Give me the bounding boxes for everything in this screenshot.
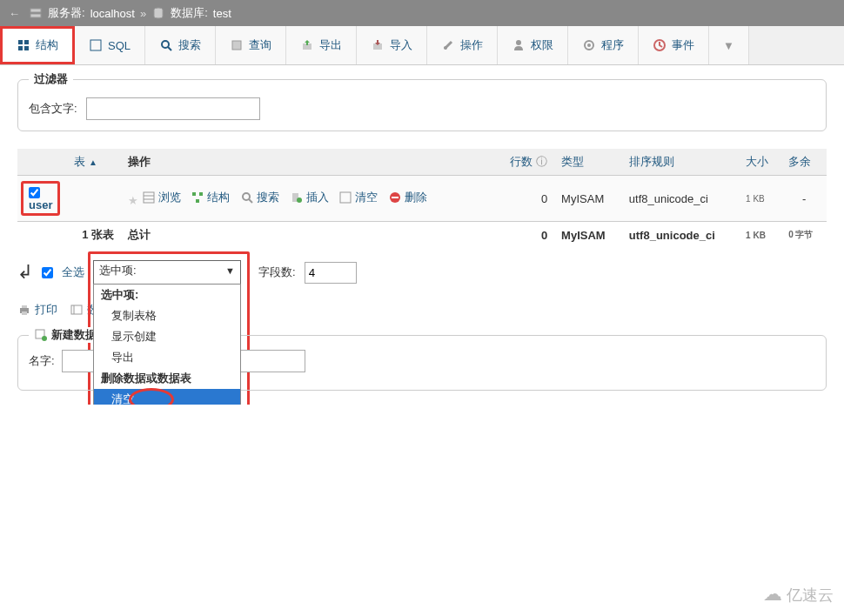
svg-rect-1 (30, 14, 41, 17)
svg-rect-28 (340, 192, 351, 203)
svg-rect-4 (24, 40, 29, 44)
svg-point-37 (42, 336, 47, 341)
svg-rect-33 (22, 311, 27, 315)
tab-label: 导出 (319, 37, 342, 53)
dropdown-item[interactable]: 复制表格 (94, 305, 240, 326)
server-link[interactable]: localhost (90, 7, 135, 20)
col-type[interactable]: 类型 (554, 149, 622, 176)
svg-rect-34 (71, 305, 82, 314)
col-table[interactable]: 表 ▲ (67, 149, 121, 176)
check-all-box[interactable] (42, 267, 53, 278)
insert-icon (290, 191, 304, 204)
tab-more[interactable]: ▼ (709, 26, 749, 64)
svg-point-8 (162, 41, 169, 48)
dropdown-header: 删除数据或数据表 (94, 368, 240, 389)
tab-label: 事件 (672, 37, 694, 53)
contains-label: 包含文字: (29, 101, 77, 117)
col-collation[interactable]: 排序规则 (622, 149, 739, 176)
bulk-select[interactable]: 选中项: ▼ (93, 260, 241, 285)
print-button[interactable]: 打印 (17, 302, 57, 318)
tab-sql[interactable]: SQL (75, 26, 145, 64)
drop-action[interactable]: 删除 (388, 190, 427, 205)
back-arrow[interactable]: ← (9, 7, 20, 20)
tab-structure[interactable]: 结构 (0, 26, 75, 64)
structure-action[interactable]: 结构 (191, 190, 230, 205)
search-action[interactable]: 搜索 (240, 190, 279, 205)
tab-operations[interactable]: 操作 (427, 26, 498, 64)
export-icon (300, 38, 314, 52)
col-actions: 操作 (121, 149, 494, 176)
svg-rect-10 (232, 41, 241, 50)
table-icon (142, 191, 156, 204)
tab-label: SQL (108, 39, 131, 52)
svg-line-25 (249, 199, 252, 203)
svg-rect-22 (199, 192, 203, 196)
breadcrumb: ← 服务器: localhost » 数据库: test (0, 0, 844, 26)
col-overhead[interactable]: 多余 (781, 149, 827, 176)
svg-line-9 (168, 47, 171, 50)
bulk-dropdown: 选中项:复制表格显示创建导出删除数据或数据表清空删除表维护分析表检查表校验值表优… (93, 284, 241, 405)
tab-search[interactable]: 搜索 (145, 26, 216, 64)
tab-privileges[interactable]: 权限 (498, 26, 568, 64)
tables-list: 表 ▲ 操作 行数 ⓘ 类型 排序规则 大小 多余 user ★ (17, 149, 827, 248)
browse-action[interactable]: 浏览 (142, 190, 181, 205)
import-icon (371, 38, 385, 52)
tab-export[interactable]: 导出 (286, 26, 357, 64)
tab-label: 结构 (36, 37, 58, 53)
database-icon (151, 6, 165, 20)
svg-point-27 (297, 198, 302, 203)
tab-query[interactable]: 查询 (216, 26, 286, 64)
tab-routines[interactable]: 程序 (568, 26, 639, 64)
svg-point-13 (444, 46, 447, 50)
drop-icon (388, 191, 402, 204)
filter-legend: 过滤器 (29, 71, 73, 87)
bulk-actions: ↳ 全选 选中项: ▼ 选中项:复制表格显示创建导出删除数据或数据表清空删除表维… (17, 260, 827, 285)
summary-rows: 0 (495, 222, 554, 249)
cols-input-inline[interactable] (305, 262, 357, 284)
tab-label: 程序 (601, 37, 624, 53)
separator: » (140, 7, 146, 20)
row-checkbox[interactable] (29, 187, 40, 198)
empty-action[interactable]: 清空 (338, 190, 378, 205)
arrow-indicator: ↳ (17, 261, 33, 284)
tab-label: 查询 (249, 37, 271, 53)
summary-size: 1 KB (739, 222, 781, 249)
svg-rect-5 (18, 46, 23, 50)
events-icon (653, 38, 666, 52)
db-label: 数据库: (171, 5, 208, 21)
sql-icon (89, 38, 103, 52)
svg-point-24 (243, 193, 250, 200)
check-all-link[interactable]: 全选 (62, 264, 84, 280)
privileges-icon (512, 38, 526, 52)
star-icon[interactable]: ★ (128, 194, 138, 207)
db-link[interactable]: test (213, 7, 231, 20)
row-count: 0 (495, 176, 554, 222)
cols-label-inline: 字段数: (258, 264, 296, 280)
tab-import[interactable]: 导入 (357, 26, 427, 64)
tab-events[interactable]: 事件 (639, 26, 709, 64)
col-rows[interactable]: 行数 ⓘ (495, 149, 554, 176)
server-icon (29, 6, 43, 20)
row-collation: utf8_unicode_ci (622, 176, 739, 222)
dropdown-item[interactable]: 导出 (94, 347, 240, 368)
dropdown-item[interactable]: 显示创建 (94, 326, 240, 347)
col-size[interactable]: 大小 (739, 149, 781, 176)
svg-rect-30 (392, 197, 399, 198)
svg-rect-18 (144, 192, 154, 203)
chevron-down-icon: ▼ (225, 265, 235, 276)
summary-collation: utf8_unicode_ci (622, 222, 739, 249)
table-row: user ★ 浏览 结构 搜索 插入 清空 删除 0 MyISAM utf8_u… (17, 176, 827, 222)
empty-icon (338, 191, 352, 204)
filter-input[interactable] (86, 97, 260, 120)
search-icon (159, 38, 173, 52)
dropdown-item[interactable]: 清空 (94, 389, 240, 405)
summary-count: 1 张表 (67, 222, 121, 249)
table-name-link[interactable]: user (29, 198, 52, 211)
insert-action[interactable]: 插入 (290, 190, 329, 205)
dropdown-header: 选中项: (94, 285, 240, 305)
tab-label: 导入 (390, 37, 412, 53)
structure-icon (191, 191, 204, 204)
structure-icon (17, 38, 30, 52)
svg-rect-32 (22, 305, 27, 308)
tab-label: 搜索 (178, 37, 201, 53)
